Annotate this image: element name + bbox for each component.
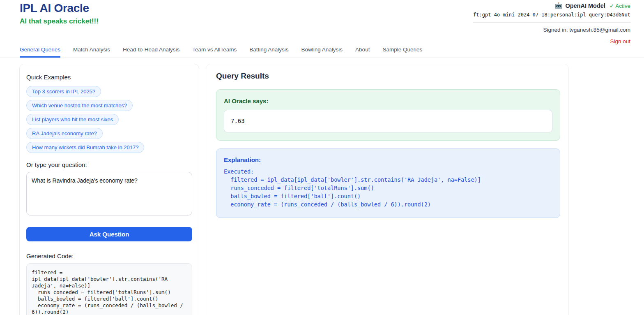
header: IPL AI Oracle AI that speaks cricket!!! … <box>0 0 644 46</box>
explanation-box: Explanation: Executed: filtered = ipl_da… <box>216 148 560 218</box>
account-panel: OpenAI Model ✓ Active ft:gpt-4o-mini-202… <box>473 2 630 44</box>
model-status-badge: ✓ Active <box>610 2 630 9</box>
brand: IPL AI Oracle AI that speaks cricket!!! <box>20 2 99 25</box>
answer-value: 7.63 <box>224 110 552 132</box>
oracle-says-heading: AI Oracle says: <box>224 97 552 104</box>
tab-about[interactable]: About <box>355 46 370 58</box>
results-panel: Query Results AI Oracle says: 7.63 Expla… <box>206 64 569 315</box>
example-pill-most-sixes[interactable]: List players who hit the most sixes <box>26 114 119 125</box>
app-tagline: AI that speaks cricket!!! <box>20 17 99 25</box>
tab-match-analysis[interactable]: Match Analysis <box>73 46 110 58</box>
explanation-code: Executed: filtered = ipl_data[ipl_data['… <box>224 167 552 208</box>
tab-sample-queries[interactable]: Sample Queries <box>382 46 422 58</box>
results-title: Query Results <box>216 72 560 81</box>
app-title: IPL AI Oracle <box>20 2 99 15</box>
tab-batting-analysis[interactable]: Batting Analysis <box>249 46 288 58</box>
sign-out-link[interactable]: Sign out <box>610 38 630 44</box>
query-panel: Quick Examples Top 3 scorers in IPL 2025… <box>19 64 199 315</box>
signed-in-text: Signed in: tvganesh.85@gmail.com <box>543 27 630 33</box>
quick-examples-list: Top 3 scorers in IPL 2025? Which venue h… <box>26 86 192 153</box>
nav-tabs: General Queries Match Analysis Head-to-H… <box>0 46 644 58</box>
generated-code-label: Generated Code: <box>26 252 192 259</box>
model-status-row: OpenAI Model ✓ Active <box>555 2 630 9</box>
question-label: Or type your question: <box>26 161 192 168</box>
ask-question-button[interactable]: Ask Question <box>26 227 192 241</box>
tab-team-vs-allteams[interactable]: Team vs AllTeams <box>192 46 237 58</box>
header-divider <box>473 22 630 23</box>
tab-head-to-head-analysis[interactable]: Head-to-Head Analysis <box>123 46 179 58</box>
tab-general-queries[interactable]: General Queries <box>20 46 60 58</box>
oracle-answer-box: AI Oracle says: 7.63 <box>216 89 560 141</box>
example-pill-jadeja-economy[interactable]: RA Jadeja's economy rate? <box>26 128 103 139</box>
model-label: OpenAI Model <box>565 2 605 9</box>
example-pill-venue-most-matches[interactable]: Which venue hosted the most matches? <box>26 100 133 111</box>
example-pill-bumrah-wickets[interactable]: How many wickets did Bumrah take in 2017… <box>26 142 144 153</box>
generated-code-block: filtered = ipl_data[ipl_data['bowler'].s… <box>26 263 192 315</box>
model-name: ft:gpt-4o-mini-2024-07-18:personal:ipl-q… <box>473 12 630 18</box>
main-content: Quick Examples Top 3 scorers in IPL 2025… <box>0 58 644 315</box>
question-input[interactable]: What is Ravindra Jadeja's economy rate? <box>26 172 192 215</box>
explanation-heading: Explanation: <box>224 156 552 163</box>
tab-bowling-analysis[interactable]: Bowling Analysis <box>301 46 343 58</box>
robot-icon <box>555 2 562 9</box>
example-pill-top-scorers[interactable]: Top 3 scorers in IPL 2025? <box>26 86 101 97</box>
quick-examples-title: Quick Examples <box>26 74 192 81</box>
